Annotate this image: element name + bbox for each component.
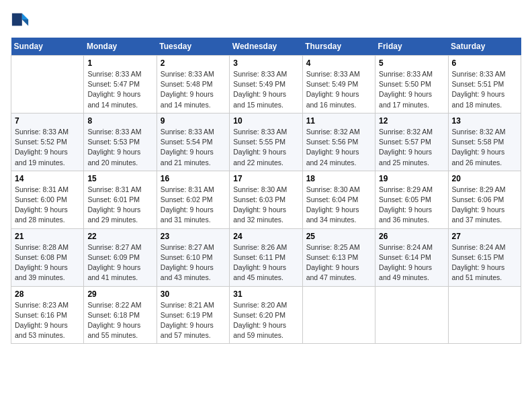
day-info: Sunrise: 8:27 AM Sunset: 6:10 PM Dayligh… <box>161 242 226 283</box>
day-info: Sunrise: 8:20 AM Sunset: 6:20 PM Dayligh… <box>233 300 298 341</box>
calendar-cell <box>11 56 84 113</box>
day-info: Sunrise: 8:33 AM Sunset: 5:50 PM Dayligh… <box>379 69 444 110</box>
day-number: 19 <box>379 174 444 183</box>
day-info: Sunrise: 8:33 AM Sunset: 5:54 PM Dayligh… <box>161 127 226 168</box>
calendar-cell: 2Sunrise: 8:33 AM Sunset: 5:48 PM Daylig… <box>157 56 229 113</box>
page-header <box>11 11 521 30</box>
day-info: Sunrise: 8:33 AM Sunset: 5:48 PM Dayligh… <box>161 69 226 110</box>
day-number: 14 <box>15 174 80 183</box>
day-info: Sunrise: 8:33 AM Sunset: 5:52 PM Dayligh… <box>15 127 80 168</box>
day-info: Sunrise: 8:27 AM Sunset: 6:09 PM Dayligh… <box>87 242 152 283</box>
day-number: 28 <box>15 289 80 299</box>
calendar-cell: 7Sunrise: 8:33 AM Sunset: 5:52 PM Daylig… <box>11 113 84 171</box>
calendar-cell: 17Sunrise: 8:30 AM Sunset: 6:03 PM Dayli… <box>230 171 302 228</box>
calendar-week-row: 1Sunrise: 8:33 AM Sunset: 5:47 PM Daylig… <box>11 56 521 113</box>
svg-marker-1 <box>22 19 28 26</box>
day-number: 20 <box>452 174 517 183</box>
day-info: Sunrise: 8:33 AM Sunset: 5:53 PM Dayligh… <box>87 127 152 168</box>
day-info: Sunrise: 8:33 AM Sunset: 5:49 PM Dayligh… <box>233 69 298 110</box>
calendar-week-row: 28Sunrise: 8:23 AM Sunset: 6:16 PM Dayli… <box>11 286 521 344</box>
day-info: Sunrise: 8:23 AM Sunset: 6:16 PM Dayligh… <box>15 300 80 341</box>
day-number: 15 <box>87 174 152 183</box>
day-number: 17 <box>233 174 298 183</box>
weekday-wednesday: Wednesday <box>230 38 302 56</box>
calendar-week-row: 7Sunrise: 8:33 AM Sunset: 5:52 PM Daylig… <box>11 113 521 171</box>
day-info: Sunrise: 8:32 AM Sunset: 5:57 PM Dayligh… <box>379 127 444 168</box>
day-number: 12 <box>379 116 444 126</box>
calendar-cell: 28Sunrise: 8:23 AM Sunset: 6:16 PM Dayli… <box>11 286 84 344</box>
day-info: Sunrise: 8:26 AM Sunset: 6:11 PM Dayligh… <box>233 242 298 283</box>
calendar-cell: 9Sunrise: 8:33 AM Sunset: 5:54 PM Daylig… <box>157 113 229 171</box>
day-info: Sunrise: 8:21 AM Sunset: 6:19 PM Dayligh… <box>161 300 226 341</box>
calendar-cell <box>302 286 375 344</box>
day-number: 24 <box>233 232 298 241</box>
calendar-cell: 14Sunrise: 8:31 AM Sunset: 6:00 PM Dayli… <box>11 171 84 228</box>
calendar-cell: 31Sunrise: 8:20 AM Sunset: 6:20 PM Dayli… <box>230 286 302 344</box>
calendar-cell: 21Sunrise: 8:28 AM Sunset: 6:08 PM Dayli… <box>11 228 84 286</box>
calendar-cell: 12Sunrise: 8:32 AM Sunset: 5:57 PM Dayli… <box>375 113 448 171</box>
calendar-cell: 29Sunrise: 8:22 AM Sunset: 6:18 PM Dayli… <box>84 286 157 344</box>
calendar-cell: 22Sunrise: 8:27 AM Sunset: 6:09 PM Dayli… <box>84 228 157 286</box>
day-number: 10 <box>233 116 298 126</box>
day-info: Sunrise: 8:29 AM Sunset: 6:05 PM Dayligh… <box>379 185 444 226</box>
day-number: 8 <box>87 116 152 126</box>
day-number: 1 <box>87 58 152 68</box>
weekday-tuesday: Tuesday <box>157 38 229 56</box>
calendar-cell: 8Sunrise: 8:33 AM Sunset: 5:53 PM Daylig… <box>84 113 157 171</box>
calendar-cell: 26Sunrise: 8:24 AM Sunset: 6:14 PM Dayli… <box>375 228 448 286</box>
day-number: 3 <box>233 58 298 68</box>
day-info: Sunrise: 8:30 AM Sunset: 6:03 PM Dayligh… <box>233 185 298 226</box>
calendar-cell: 27Sunrise: 8:24 AM Sunset: 6:15 PM Dayli… <box>448 228 521 286</box>
calendar-cell: 18Sunrise: 8:30 AM Sunset: 6:04 PM Dayli… <box>302 171 375 228</box>
day-info: Sunrise: 8:33 AM Sunset: 5:47 PM Dayligh… <box>87 69 152 110</box>
calendar-week-row: 21Sunrise: 8:28 AM Sunset: 6:08 PM Dayli… <box>11 228 521 286</box>
weekday-saturday: Saturday <box>448 38 521 56</box>
day-info: Sunrise: 8:32 AM Sunset: 5:56 PM Dayligh… <box>306 127 371 168</box>
calendar-week-row: 14Sunrise: 8:31 AM Sunset: 6:00 PM Dayli… <box>11 171 521 228</box>
calendar-cell: 23Sunrise: 8:27 AM Sunset: 6:10 PM Dayli… <box>157 228 229 286</box>
calendar-cell: 11Sunrise: 8:32 AM Sunset: 5:56 PM Dayli… <box>302 113 375 171</box>
weekday-friday: Friday <box>375 38 448 56</box>
calendar-cell: 30Sunrise: 8:21 AM Sunset: 6:19 PM Dayli… <box>157 286 229 344</box>
calendar-cell <box>375 286 448 344</box>
day-info: Sunrise: 8:30 AM Sunset: 6:04 PM Dayligh… <box>306 185 371 226</box>
calendar-cell: 19Sunrise: 8:29 AM Sunset: 6:05 PM Dayli… <box>375 171 448 228</box>
day-info: Sunrise: 8:31 AM Sunset: 6:00 PM Dayligh… <box>15 185 80 226</box>
day-info: Sunrise: 8:32 AM Sunset: 5:58 PM Dayligh… <box>452 127 517 168</box>
day-number: 16 <box>161 174 226 183</box>
logo <box>11 11 31 30</box>
day-number: 9 <box>161 116 226 126</box>
day-number: 26 <box>379 232 444 241</box>
calendar-cell: 1Sunrise: 8:33 AM Sunset: 5:47 PM Daylig… <box>84 56 157 113</box>
day-info: Sunrise: 8:33 AM Sunset: 5:49 PM Dayligh… <box>306 69 371 110</box>
svg-marker-0 <box>22 13 28 19</box>
day-info: Sunrise: 8:31 AM Sunset: 6:02 PM Dayligh… <box>161 185 226 226</box>
calendar-cell: 15Sunrise: 8:31 AM Sunset: 6:01 PM Dayli… <box>84 171 157 228</box>
day-info: Sunrise: 8:33 AM Sunset: 5:55 PM Dayligh… <box>233 127 298 168</box>
day-info: Sunrise: 8:22 AM Sunset: 6:18 PM Dayligh… <box>87 300 152 341</box>
weekday-monday: Monday <box>84 38 157 56</box>
day-info: Sunrise: 8:24 AM Sunset: 6:14 PM Dayligh… <box>379 242 444 283</box>
calendar-cell: 24Sunrise: 8:26 AM Sunset: 6:11 PM Dayli… <box>230 228 302 286</box>
day-number: 27 <box>452 232 517 241</box>
day-number: 4 <box>306 58 371 68</box>
calendar-cell: 6Sunrise: 8:33 AM Sunset: 5:51 PM Daylig… <box>448 56 521 113</box>
calendar-cell <box>448 286 521 344</box>
day-number: 25 <box>306 232 371 241</box>
calendar-cell: 4Sunrise: 8:33 AM Sunset: 5:49 PM Daylig… <box>302 56 375 113</box>
calendar-cell: 16Sunrise: 8:31 AM Sunset: 6:02 PM Dayli… <box>157 171 229 228</box>
calendar-cell: 25Sunrise: 8:25 AM Sunset: 6:13 PM Dayli… <box>302 228 375 286</box>
day-number: 5 <box>379 58 444 68</box>
calendar-cell: 20Sunrise: 8:29 AM Sunset: 6:06 PM Dayli… <box>448 171 521 228</box>
day-number: 6 <box>452 58 517 68</box>
weekday-header-row: SundayMondayTuesdayWednesdayThursdayFrid… <box>11 38 521 56</box>
logo-icon <box>11 11 30 30</box>
day-number: 18 <box>306 174 371 183</box>
svg-rect-2 <box>12 13 22 26</box>
day-info: Sunrise: 8:31 AM Sunset: 6:01 PM Dayligh… <box>87 185 152 226</box>
day-number: 23 <box>161 232 226 241</box>
day-info: Sunrise: 8:25 AM Sunset: 6:13 PM Dayligh… <box>306 242 371 283</box>
calendar-cell: 13Sunrise: 8:32 AM Sunset: 5:58 PM Dayli… <box>448 113 521 171</box>
day-number: 22 <box>87 232 152 241</box>
day-info: Sunrise: 8:24 AM Sunset: 6:15 PM Dayligh… <box>452 242 517 283</box>
